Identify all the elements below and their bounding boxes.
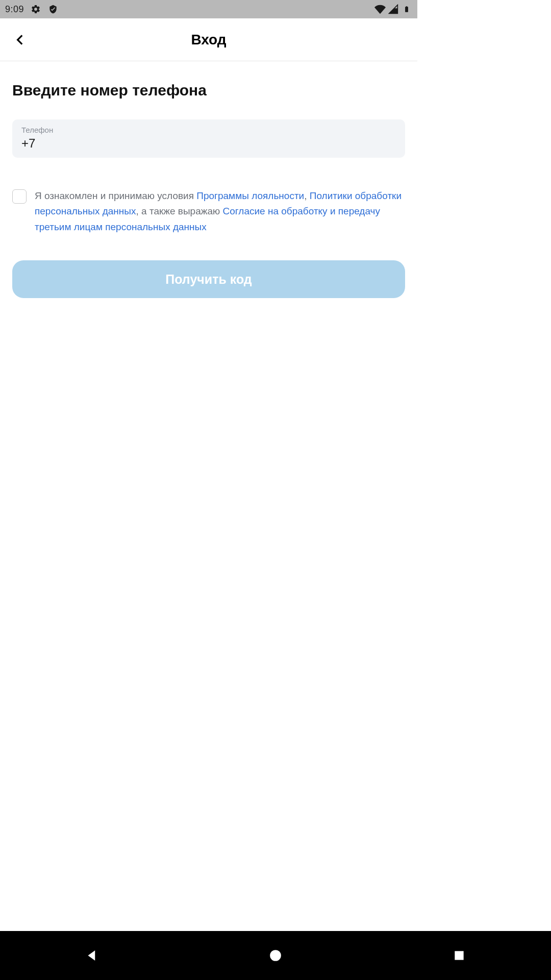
shield-icon bbox=[47, 4, 59, 15]
consent-text: Я ознакомлен и принимаю условия Программ… bbox=[35, 188, 405, 235]
status-bar: 9:09 bbox=[0, 0, 417, 18]
page-title: Вход bbox=[0, 32, 417, 48]
consent-checkbox[interactable] bbox=[12, 189, 27, 204]
content: Введите номер телефона Телефон +7 Я озна… bbox=[0, 61, 417, 298]
status-time: 9:09 bbox=[5, 4, 24, 15]
get-code-button[interactable]: Получить код bbox=[12, 260, 405, 298]
battery-icon bbox=[401, 4, 412, 15]
phone-field-value: +7 bbox=[21, 136, 396, 151]
status-right bbox=[374, 4, 412, 15]
loyalty-program-link[interactable]: Программы лояльности bbox=[196, 190, 304, 201]
phone-field-label: Телефон bbox=[21, 126, 396, 134]
cellular-icon bbox=[388, 4, 399, 15]
phone-field[interactable]: Телефон +7 bbox=[12, 119, 405, 158]
app-header: Вход bbox=[0, 18, 417, 61]
page-heading: Введите номер телефона bbox=[12, 82, 405, 99]
consent-row: Я ознакомлен и принимаю условия Программ… bbox=[12, 188, 405, 235]
consent-prefix: Я ознакомлен и принимаю условия bbox=[35, 190, 196, 201]
status-left: 9:09 bbox=[5, 4, 59, 15]
chevron-left-icon bbox=[14, 33, 27, 46]
wifi-icon bbox=[374, 4, 386, 15]
back-button[interactable] bbox=[10, 30, 31, 50]
consent-sep2: , а также выражаю bbox=[136, 206, 222, 216]
consent-sep1: , bbox=[304, 190, 310, 201]
gear-icon bbox=[30, 4, 41, 15]
